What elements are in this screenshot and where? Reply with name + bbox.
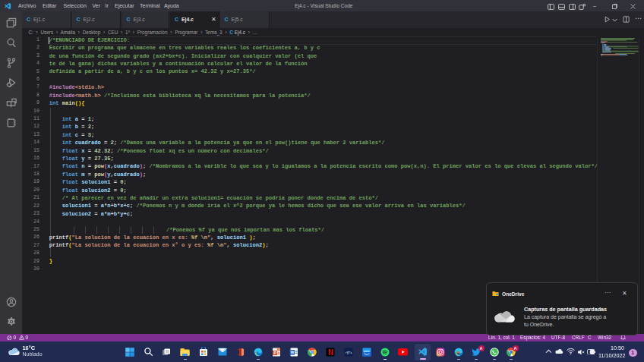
svg-text:W: W [290, 350, 294, 354]
svg-text:D: D [347, 351, 349, 354]
svg-text:+: + [350, 351, 352, 354]
svg-text:P: P [273, 350, 276, 354]
svg-text:prime: prime [364, 349, 370, 352]
